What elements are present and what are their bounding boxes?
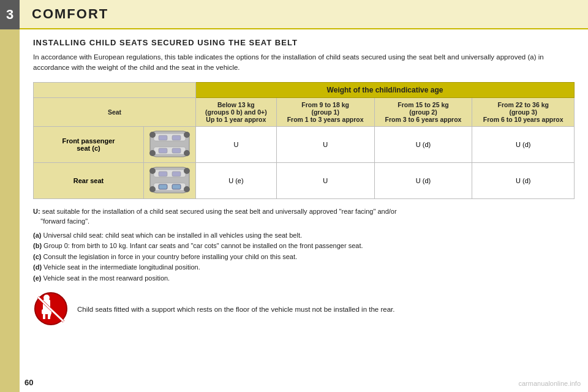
front-val-2: U (d) <box>374 126 472 162</box>
section-title: INSTALLING CHILD SEATS SECURED USING THE… <box>33 38 575 47</box>
svg-point-25 <box>43 295 50 301</box>
svg-point-18 <box>149 168 156 174</box>
warning-icon <box>33 292 69 326</box>
svg-rect-15 <box>172 172 181 176</box>
seat-name-front: Front passengerseat (c) <box>34 126 144 162</box>
seat-name-rear: Rear seat <box>34 162 144 198</box>
rear-val-1: U <box>276 162 374 198</box>
svg-rect-17 <box>172 184 181 189</box>
chapter-number: 3 <box>0 0 20 29</box>
car-image-rear <box>144 162 196 198</box>
svg-rect-16 <box>159 184 167 189</box>
svg-point-10 <box>184 150 190 156</box>
header-title: COMFORT <box>32 6 108 22</box>
table-row: Front passengerseat (c) <box>34 126 575 162</box>
footnote-b: (b) Group 0: from birth to 10 kg. Infant… <box>33 241 575 252</box>
svg-point-19 <box>184 168 190 174</box>
svg-rect-5 <box>159 148 167 153</box>
col-header-1: From 9 to 18 kg (group 1) From 1 to 3 ye… <box>276 97 374 126</box>
seat-column-header: Seat <box>34 97 196 126</box>
footnote-u: U: seat suitable for the installation of… <box>33 206 575 227</box>
warning-text: Child seats fitted with a support which … <box>77 306 394 313</box>
svg-rect-3 <box>159 135 167 140</box>
col-header-2: From 15 to 25 kg (group 2) From 3 to 6 y… <box>374 97 472 126</box>
svg-point-9 <box>149 150 156 156</box>
rear-val-3: U (d) <box>472 162 575 198</box>
footnote-c: (c) Consult the legislation in force in … <box>33 252 575 263</box>
svg-point-20 <box>149 186 156 192</box>
col-header-0: Below 13 kg (groups 0 b) and 0+) Up to 1… <box>196 97 277 126</box>
front-val-3: U (d) <box>472 126 575 162</box>
footnote-d: (d) Vehicle seat in the intermediate lon… <box>33 262 575 273</box>
footnotes: (a) Universal child seat: child seat whi… <box>33 230 575 284</box>
table-row: Rear seat <box>34 162 575 198</box>
svg-rect-26 <box>43 314 45 319</box>
front-val-0: U <box>196 126 277 162</box>
header: COMFORT <box>20 0 588 29</box>
svg-point-8 <box>184 132 190 138</box>
sidebar: 3 <box>0 0 20 392</box>
svg-rect-6 <box>172 148 181 153</box>
footnote-e: (e) Vehicle seat in the most rearward po… <box>33 273 575 284</box>
main-content: INSTALLING CHILD SEATS SECURED USING THE… <box>20 29 588 392</box>
rear-val-0: U (e) <box>196 162 277 198</box>
svg-point-21 <box>184 186 190 192</box>
child-seats-table: Weight of the child/indicative age Seat … <box>33 82 575 199</box>
intro-text: In accordance with European regulations,… <box>33 52 575 74</box>
weight-header: Weight of the child/indicative age <box>196 82 575 97</box>
svg-point-7 <box>149 132 156 138</box>
watermark: carmanualonline.info <box>518 380 581 387</box>
svg-rect-4 <box>172 135 181 140</box>
page-number: 60 <box>24 378 33 387</box>
car-image-front <box>144 126 196 162</box>
svg-rect-14 <box>159 172 167 176</box>
footnote-a: (a) Universal child seat: child seat whi… <box>33 230 575 241</box>
col-header-3: From 22 to 36 kg (group 3) From 6 to 10 … <box>472 97 575 126</box>
warning-box: Child seats fitted with a support which … <box>33 290 575 328</box>
rear-val-2: U (d) <box>374 162 472 198</box>
front-val-1: U <box>276 126 374 162</box>
